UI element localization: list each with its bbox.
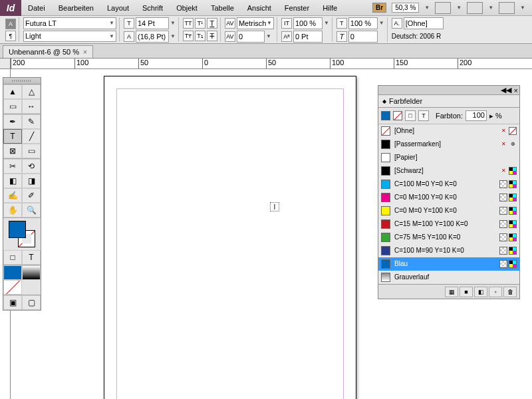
tracking-input[interactable]: 0	[237, 31, 265, 43]
baseline-input[interactable]: 0 Pt	[293, 31, 323, 43]
subscript-icon[interactable]: T₁	[195, 31, 205, 41]
direct-selection-tool[interactable]: △	[22, 84, 41, 99]
fill-indicator[interactable]	[381, 111, 390, 120]
horizontal-ruler: 20010050050100150200	[11, 59, 532, 69]
swatch-row[interactable]: C=0 M=0 Y=100 K=0	[378, 204, 519, 217]
view-mode-normal[interactable]: ▣	[3, 295, 22, 310]
leading-input[interactable]: (16,8 Pt)	[136, 31, 169, 43]
rect-frame-tool[interactable]: ⊠	[3, 144, 22, 158]
hscale-input[interactable]: 100 %	[348, 17, 378, 29]
swatch-row[interactable]: [Ohne]✕	[378, 124, 519, 138]
line-tool[interactable]: ╱	[22, 129, 41, 144]
show-all-swatches-icon[interactable]: ▦	[445, 287, 458, 297]
format-text-icon[interactable]: T	[22, 250, 41, 265]
pencil-tool[interactable]: ✎	[22, 114, 41, 129]
swatch-row[interactable]: [Passermarken]✕⊕	[378, 138, 519, 151]
strike-icon[interactable]: T	[207, 31, 217, 41]
format-container-icon[interactable]: □	[3, 250, 22, 265]
menu-fenster[interactable]: Fenster	[278, 0, 316, 16]
menu-datei[interactable]: Datei	[21, 0, 52, 16]
toolbox-grip[interactable]	[3, 78, 41, 84]
tint-input[interactable]: 100	[466, 110, 487, 121]
swatch-row[interactable]: C=100 M=90 Y=10 K=0	[378, 244, 519, 257]
swatch-row[interactable]: Grauverlauf	[378, 271, 519, 284]
new-swatch-icon[interactable]: ▫	[489, 287, 502, 297]
fill-stroke-swatch[interactable]	[9, 221, 35, 247]
page	[104, 76, 356, 399]
zoom-tool[interactable]: 🔍	[22, 203, 41, 217]
selection-tool[interactable]: ▲	[3, 84, 22, 99]
swatch-name: C=100 M=90 Y=10 K=0	[394, 247, 495, 254]
font-family-select[interactable]: Futura LT▼	[23, 17, 116, 29]
swatch-row[interactable]: [Schwarz]✕	[378, 164, 519, 178]
charstyle-select[interactable]: [Ohne]	[404, 17, 444, 29]
menu-layout[interactable]: Layout	[100, 0, 136, 16]
swatch-row[interactable]: [Papier]	[378, 151, 519, 164]
swatch-row[interactable]: C=0 M=100 Y=0 K=0	[378, 191, 519, 204]
stroke-indicator[interactable]	[393, 111, 402, 120]
delete-swatch-icon[interactable]: 🗑	[503, 287, 517, 297]
workspace-icon[interactable]	[499, 2, 515, 14]
view-mode-preview[interactable]: ▢	[22, 295, 41, 310]
underline-icon[interactable]: T	[207, 18, 217, 29]
superscript-icon[interactable]: T¹	[195, 18, 205, 29]
ruler-origin[interactable]	[0, 59, 11, 69]
type-tool[interactable]: T	[3, 129, 22, 144]
swatch-chip	[381, 206, 390, 215]
allcaps-icon[interactable]: TT	[183, 18, 194, 29]
swatch-row[interactable]: C=100 M=0 Y=0 K=0	[378, 178, 519, 191]
text-format-icon[interactable]: T	[418, 110, 429, 121]
container-format-icon[interactable]: □	[405, 110, 416, 121]
screen-mode-icon[interactable]	[435, 2, 451, 14]
tint-slider-icon[interactable]: ▸ %	[489, 112, 502, 120]
swatch-row[interactable]: C=75 M=5 Y=100 K=0	[378, 231, 519, 244]
collapse-icon[interactable]: ◀◀	[501, 86, 511, 94]
char-format-icon[interactable]: A	[5, 19, 16, 29]
font-size-input[interactable]: 14 Pt	[136, 17, 169, 29]
apply-none-icon[interactable]	[3, 280, 22, 295]
close-icon[interactable]: ×	[83, 49, 87, 56]
swatch-row[interactable]: C=15 M=100 Y=100 K=0	[378, 217, 519, 231]
menu-schrift[interactable]: Schrift	[136, 0, 170, 16]
gradient-feather-tool[interactable]: ◨	[22, 174, 41, 188]
smallcaps-icon[interactable]: Tᴛ	[183, 31, 194, 41]
skew-input[interactable]: 0	[348, 31, 378, 43]
show-gradient-swatches-icon[interactable]: ◧	[474, 287, 487, 297]
zoom-dropdown-icon[interactable]: ▼	[424, 5, 430, 11]
panel-tab[interactable]: ◆Farbfelder	[378, 95, 519, 108]
vscale-input[interactable]: 100 %	[293, 17, 323, 29]
rect-tool[interactable]: ▭	[22, 144, 41, 158]
scissors-tool[interactable]: ✂	[3, 159, 22, 174]
menu-ansicht[interactable]: Ansicht	[241, 0, 278, 16]
menu-tabelle[interactable]: Tabelle	[204, 0, 241, 16]
show-color-swatches-icon[interactable]: ■	[460, 287, 473, 297]
swatch-name: [Schwarz]	[394, 167, 495, 174]
swatch-chip	[381, 273, 390, 282]
gradient-tool[interactable]: ◧	[3, 174, 22, 188]
apply-gradient-icon[interactable]	[22, 265, 41, 280]
panel-header[interactable]: ◀◀×	[378, 86, 519, 95]
swatch-type-icon	[509, 220, 517, 228]
hand-tool[interactable]: ✋	[3, 203, 22, 217]
menu-hilfe[interactable]: Hilfe	[316, 0, 344, 16]
language-select[interactable]: Deutsch: 2006 R	[392, 33, 442, 40]
apply-color-icon[interactable]	[3, 265, 22, 280]
eyedropper-tool[interactable]: ✐	[22, 188, 41, 203]
swatch-row[interactable]: Blau	[378, 257, 519, 271]
note-tool[interactable]: ✍	[3, 188, 22, 203]
font-weight-select[interactable]: Light▼	[23, 31, 116, 43]
page-tool[interactable]: ▭	[3, 99, 22, 114]
bridge-button[interactable]: Br	[372, 3, 386, 13]
document-tab[interactable]: Unbenannt-6 @ 50 % ×	[3, 45, 93, 58]
para-format-icon[interactable]: ¶	[5, 31, 16, 41]
kerning-select[interactable]: Metrisch▼	[237, 17, 274, 29]
transform-tool[interactable]: ⟲	[22, 159, 41, 174]
gap-tool[interactable]: ↔	[22, 99, 41, 114]
close-panel-icon[interactable]: ×	[514, 86, 518, 94]
fill-swatch[interactable]	[9, 221, 26, 238]
menu-objekt[interactable]: Objekt	[170, 0, 204, 16]
arrange-icon[interactable]	[467, 2, 483, 14]
menu-bearbeiten[interactable]: Bearbeiten	[52, 0, 100, 16]
zoom-field[interactable]: 50,3 %	[392, 3, 419, 13]
pen-tool[interactable]: ✒	[3, 114, 22, 129]
